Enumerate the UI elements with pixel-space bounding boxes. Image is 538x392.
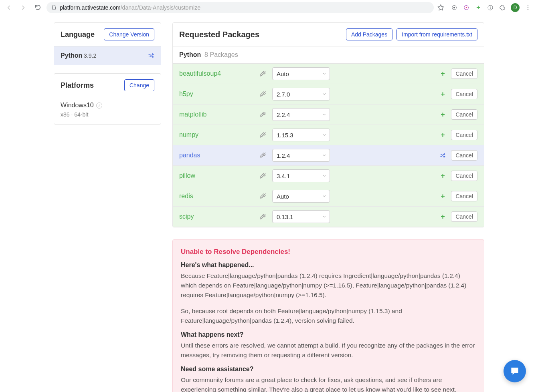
version-select[interactable]: 0.13.1 xyxy=(272,210,330,223)
added-icon: + xyxy=(438,213,447,221)
version-select[interactable]: 2.2.4 xyxy=(272,108,330,121)
package-name[interactable]: pandas xyxy=(179,152,255,159)
added-icon: + xyxy=(438,131,447,139)
package-row: h5py2.7.0+Cancel xyxy=(173,84,484,105)
package-name[interactable]: matplotlib xyxy=(179,111,255,118)
error-box: Unable to Resolve Dependencies! Here's w… xyxy=(172,239,484,392)
added-icon: + xyxy=(438,172,447,180)
platform-bits: 64-bit xyxy=(74,111,88,118)
version-select[interactable]: 1.2.4 xyxy=(272,149,330,162)
platform-name: Windows10 xyxy=(61,102,94,109)
chevron-down-icon xyxy=(322,153,327,158)
svg-point-7 xyxy=(528,7,528,8)
package-row: numpy1.15.3+Cancel xyxy=(173,125,484,145)
url-path: /danac/Data-Analysis/customize xyxy=(121,4,200,11)
svg-point-1 xyxy=(453,7,455,8)
chevron-down-icon xyxy=(322,214,327,219)
error-text-3: Our community forums are a great place t… xyxy=(181,375,476,392)
svg-point-6 xyxy=(528,5,528,6)
change-version-button[interactable]: Change Version xyxy=(104,28,154,40)
package-row: scipy0.13.1+Cancel xyxy=(173,207,484,227)
info-icon[interactable]: i xyxy=(96,103,102,109)
not-dependency-icon xyxy=(259,131,268,139)
chevron-down-icon xyxy=(322,194,327,199)
cancel-button[interactable]: Cancel xyxy=(451,130,477,140)
reload-button[interactable] xyxy=(32,2,43,13)
language-title: Language xyxy=(61,30,95,39)
change-platform-button[interactable]: Change xyxy=(124,79,154,91)
chevron-down-icon xyxy=(322,133,327,137)
version-select[interactable]: 2.7.0 xyxy=(272,88,330,101)
url-bar[interactable]: platform.activestate.com/danac/Data-Anal… xyxy=(47,2,434,13)
extension-icon-3[interactable]: + xyxy=(475,4,482,11)
package-name[interactable]: redis xyxy=(179,193,255,200)
platform-arch: x86 xyxy=(61,111,70,118)
platform-sep: · xyxy=(71,111,73,118)
packages-count: 8 Packages xyxy=(204,51,238,58)
cancel-button[interactable]: Cancel xyxy=(451,150,477,161)
extension-icon-1[interactable] xyxy=(451,4,458,11)
shuffle-icon xyxy=(148,52,154,59)
platforms-title: Platforms xyxy=(61,81,94,90)
requested-packages-title: Requested Packages xyxy=(179,30,259,39)
svg-point-3 xyxy=(466,7,467,8)
not-dependency-icon xyxy=(259,152,268,159)
cancel-button[interactable]: Cancel xyxy=(451,191,477,201)
not-dependency-icon xyxy=(259,172,268,179)
package-row: redisAuto+Cancel xyxy=(173,186,484,207)
svg-point-5 xyxy=(490,6,490,6)
cancel-button[interactable]: Cancel xyxy=(451,171,477,181)
back-button[interactable] xyxy=(3,2,14,13)
chat-bubble-button[interactable] xyxy=(504,360,526,382)
version-select[interactable]: Auto xyxy=(272,67,330,80)
svg-point-8 xyxy=(528,9,528,10)
error-text-1b: So, because root depends on both Feature… xyxy=(181,306,476,326)
package-row: matplotlib2.2.4+Cancel xyxy=(173,105,484,125)
chevron-down-icon xyxy=(322,173,327,178)
not-dependency-icon xyxy=(259,111,268,118)
star-icon[interactable] xyxy=(437,4,444,11)
cancel-button[interactable]: Cancel xyxy=(451,109,477,120)
added-icon: + xyxy=(438,90,447,99)
package-name[interactable]: h5py xyxy=(179,90,255,98)
error-subheading-1: Here's what happened... xyxy=(181,261,476,269)
package-name[interactable]: scipy xyxy=(179,213,255,220)
changed-icon xyxy=(438,152,447,159)
error-subheading-2: What happens next? xyxy=(181,331,476,338)
extensions-icon[interactable] xyxy=(499,4,506,11)
browser-right-icons: + D xyxy=(447,3,535,12)
add-packages-button[interactable]: Add Packages xyxy=(346,28,392,40)
requested-packages-card: Requested Packages Add Packages Import f… xyxy=(172,22,484,227)
language-row[interactable]: Python 3.9.2 xyxy=(54,46,161,65)
chevron-down-icon xyxy=(322,92,327,96)
package-name[interactable]: beautifulsoup4 xyxy=(179,70,255,77)
forward-button[interactable] xyxy=(18,2,29,13)
package-name[interactable]: numpy xyxy=(179,131,255,139)
not-dependency-icon xyxy=(259,213,268,220)
language-name: Python xyxy=(61,52,82,59)
url-domain: platform.activestate.com xyxy=(60,4,121,11)
error-title: Unable to Resolve Dependencies! xyxy=(181,248,476,256)
added-icon: + xyxy=(438,192,447,201)
extension-icon-2[interactable] xyxy=(463,4,470,11)
kebab-menu-icon[interactable] xyxy=(524,4,532,11)
not-dependency-icon xyxy=(259,90,268,98)
error-text-2: Until these errors are resolved, we cann… xyxy=(181,341,476,360)
cancel-button[interactable]: Cancel xyxy=(451,89,477,99)
profile-avatar[interactable]: D xyxy=(511,3,520,12)
cancel-button[interactable]: Cancel xyxy=(451,211,477,222)
package-name[interactable]: pillow xyxy=(179,172,255,179)
package-row: pillow3.4.1+Cancel xyxy=(173,166,484,186)
version-select[interactable]: Auto xyxy=(272,190,330,203)
error-text-1: Because Feature|language/python|pandas (… xyxy=(181,271,476,300)
package-row: pandas1.2.4Cancel xyxy=(173,145,484,166)
version-select[interactable]: 1.15.3 xyxy=(272,129,330,141)
language-card: Language Change Version Python 3.9.2 xyxy=(54,22,161,65)
chevron-down-icon xyxy=(322,71,327,76)
version-select[interactable]: 3.4.1 xyxy=(272,169,330,182)
language-version: 3.9.2 xyxy=(84,52,96,59)
error-subheading-3: Need some assistance? xyxy=(181,366,476,373)
info-icon[interactable] xyxy=(487,4,494,11)
cancel-button[interactable]: Cancel xyxy=(451,68,477,79)
import-requirements-button[interactable]: Import from requirements.txt xyxy=(396,28,477,40)
